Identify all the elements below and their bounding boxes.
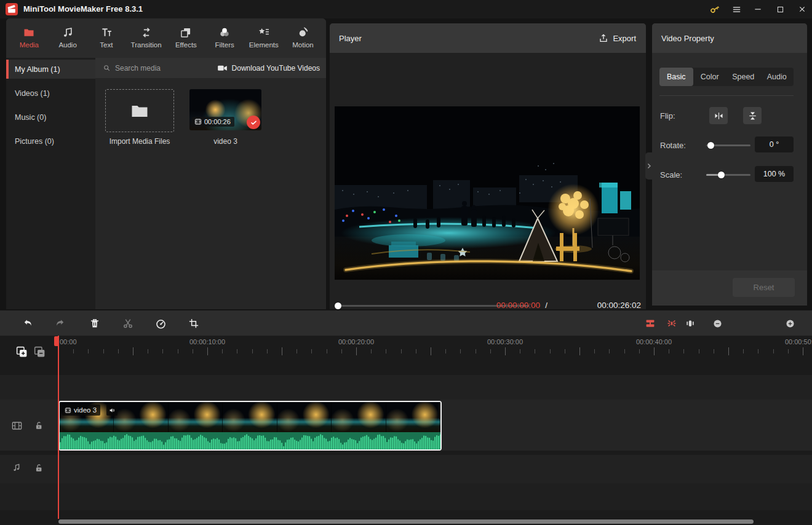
time-separator: / <box>545 301 547 310</box>
overlay-track-row[interactable] <box>0 375 812 400</box>
audio-track-lock-button[interactable] <box>34 463 44 473</box>
ruler-label: 00:00:30:00 <box>487 338 523 345</box>
timeline: 00:00 00:00:10:00 00:00:20:00 00:00:30:0… <box>0 336 812 525</box>
download-youtube-button[interactable]: Download YouTube Videos <box>217 64 320 73</box>
clip-label-chip: video 3 <box>62 405 100 416</box>
sidebar-item-pictures[interactable]: Pictures (0) <box>6 132 95 151</box>
app-window: MiniTool MovieMaker Free 8.3.1 Media Aud… <box>0 0 812 525</box>
zoom-to-fit-button[interactable] <box>684 317 696 330</box>
media-clip-card[interactable]: 00:00:26 <box>189 89 261 130</box>
import-media-label: Import Media Files <box>100 137 180 146</box>
lock-open-icon <box>34 463 44 473</box>
tab-filters[interactable]: Filters <box>210 26 239 49</box>
text-icon <box>100 26 113 39</box>
import-folder-icon <box>130 103 149 119</box>
timeline-toolbar <box>0 310 812 336</box>
film-icon <box>194 118 202 125</box>
motion-icon <box>297 26 309 39</box>
import-media-button[interactable] <box>105 89 174 132</box>
zoom-out-button[interactable] <box>711 317 723 330</box>
sidebar-item-videos[interactable]: Videos (1) <box>6 84 95 103</box>
close-icon <box>797 4 807 14</box>
minimize-button[interactable] <box>747 0 768 18</box>
video-camera-icon <box>217 64 228 73</box>
player-panel: Player Export <box>330 23 646 309</box>
menu-button[interactable] <box>726 0 747 18</box>
scale-value[interactable]: 100 % <box>755 166 794 182</box>
current-time: 00:00:00:00 <box>496 301 540 310</box>
tab-effects[interactable]: Effects <box>172 26 200 49</box>
maximize-button[interactable] <box>770 0 790 18</box>
flip-vertical-button[interactable] <box>743 107 762 124</box>
clip-audio-chip <box>106 405 117 416</box>
video-property-panel: Video Property Basic Color Speed Audio F… <box>652 23 807 306</box>
trash-icon <box>89 318 100 329</box>
video-track-lock-button[interactable] <box>34 420 44 431</box>
scale-handle[interactable] <box>718 172 725 178</box>
search-media-field[interactable]: Search media <box>103 64 217 73</box>
redo-icon <box>54 318 65 330</box>
video-track-type-icon <box>11 420 23 432</box>
undo-icon <box>23 318 34 330</box>
scale-slider[interactable] <box>706 174 750 176</box>
app-logo-icon <box>6 3 18 15</box>
rotate-handle[interactable] <box>707 142 714 149</box>
music-note-icon <box>62 26 74 39</box>
export-icon <box>599 33 608 43</box>
timeline-clip-video3[interactable]: video 3 <box>58 401 442 451</box>
ruler-label: 00:00:40:00 <box>636 338 672 345</box>
rotate-value[interactable]: 0 ° <box>755 136 794 152</box>
lock-open-icon <box>34 420 44 431</box>
sidebar-item-music[interactable]: Music (0) <box>6 108 95 127</box>
fit-clip-icon <box>685 318 696 329</box>
crop-button[interactable] <box>188 317 200 330</box>
delete-button[interactable] <box>89 317 101 330</box>
undo-button[interactable] <box>22 317 34 330</box>
tab-color[interactable]: Color <box>693 68 727 86</box>
audio-track-row[interactable] <box>0 455 812 483</box>
ribbon-tabs: Media Audio Text Transition Effects Filt… <box>6 18 326 57</box>
tab-speed[interactable]: Speed <box>726 68 760 86</box>
playhead-line[interactable] <box>58 336 59 519</box>
split-marker-button[interactable] <box>666 317 678 330</box>
flip-horizontal-button[interactable] <box>709 107 728 124</box>
redo-button[interactable] <box>53 317 65 330</box>
tab-transition[interactable]: Transition <box>131 26 162 49</box>
timeline-horizontal-scrollbar[interactable] <box>58 519 754 524</box>
titlebar: MiniTool MovieMaker Free 8.3.1 <box>0 0 812 18</box>
app-title: MiniTool MovieMaker Free 8.3.1 <box>23 4 143 14</box>
sidebar-item-my-album[interactable]: My Album (1) <box>6 60 95 79</box>
zoom-in-button[interactable] <box>784 317 796 330</box>
license-key-button[interactable] <box>704 0 725 18</box>
tab-elements[interactable]: Elements <box>249 26 279 49</box>
film-icon <box>65 407 71 414</box>
player-header: Player Export <box>330 23 646 53</box>
key-icon <box>709 3 721 15</box>
close-button[interactable] <box>792 0 812 18</box>
property-tabs: Basic Color Speed Audio <box>659 68 794 86</box>
tab-media[interactable]: Media <box>15 26 43 49</box>
effects-icon <box>180 26 192 39</box>
transition-icon <box>140 26 153 39</box>
tab-audio[interactable]: Audio <box>54 26 82 49</box>
ruler-label: 00:00:20:00 <box>338 338 374 345</box>
tab-audio[interactable]: Audio <box>760 68 794 86</box>
speed-button[interactable] <box>154 317 167 330</box>
speedometer-icon <box>155 318 167 330</box>
tab-motion[interactable]: Motion <box>289 26 317 49</box>
tab-basic[interactable]: Basic <box>659 68 693 86</box>
timeline-ruler[interactable]: 00:00 00:00:10:00 00:00:20:00 00:00:30:0… <box>0 336 812 360</box>
reset-button[interactable]: Reset <box>733 278 795 297</box>
speaker-icon <box>109 407 116 414</box>
split-button[interactable] <box>122 317 134 330</box>
flip-label: Flip: <box>660 111 675 120</box>
export-button[interactable]: Export <box>599 33 636 43</box>
attach-to-track-button[interactable] <box>644 317 656 330</box>
total-time: 00:00:26:02 <box>597 301 641 310</box>
media-folder-icon <box>23 26 35 39</box>
tab-text[interactable]: Text <box>92 26 121 49</box>
property-footer: Reset <box>652 270 807 306</box>
panel-collapse-handle[interactable] <box>645 152 653 180</box>
property-header: Video Property <box>652 23 807 53</box>
seek-handle[interactable] <box>335 302 341 309</box>
